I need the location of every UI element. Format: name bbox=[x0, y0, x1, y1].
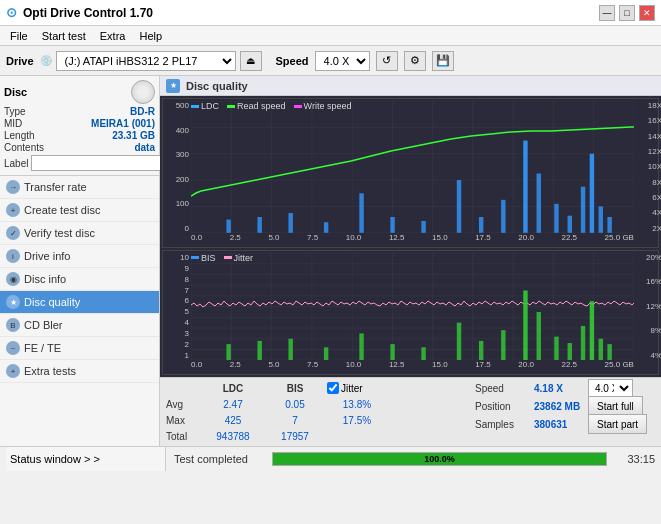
menu-extra[interactable]: Extra bbox=[94, 29, 132, 43]
drive-icon: 💿 bbox=[40, 55, 52, 66]
samples-label: Samples bbox=[475, 419, 530, 430]
disc-contents-label: Contents bbox=[4, 142, 44, 153]
title-bar-right: — □ ✕ bbox=[599, 5, 655, 21]
svg-rect-21 bbox=[324, 222, 328, 233]
nav-drive-info-label: Drive info bbox=[24, 250, 70, 262]
y-label-2x: 2X bbox=[636, 224, 661, 233]
eject-button[interactable]: ⏏ bbox=[240, 51, 262, 71]
jitter-legend-label: Jitter bbox=[234, 253, 254, 263]
maximize-button[interactable]: □ bbox=[619, 5, 635, 21]
y-label-14x: 14X bbox=[636, 132, 661, 141]
nav-verify-test-disc[interactable]: ✓ Verify test disc bbox=[0, 222, 159, 245]
disc-title: Disc bbox=[4, 86, 27, 98]
nav-disc-quality[interactable]: ★ Disc quality bbox=[0, 291, 159, 314]
samples-row: Samples 380631 Start part bbox=[475, 416, 655, 432]
speed-stat-dropdown[interactable]: 4.0 X bbox=[588, 379, 633, 397]
fe-te-icon: ~ bbox=[6, 341, 20, 355]
svg-rect-60 bbox=[257, 341, 261, 360]
y-label-200: 200 bbox=[163, 175, 189, 184]
progress-text: 100.0% bbox=[424, 454, 455, 464]
y-label-8x: 8X bbox=[636, 178, 661, 187]
jitter-checkbox-container: Jitter bbox=[327, 382, 363, 394]
disc-label-input[interactable] bbox=[31, 155, 164, 171]
nav-menu: → Transfer rate + Create test disc ✓ Ver… bbox=[0, 176, 159, 446]
close-button[interactable]: ✕ bbox=[639, 5, 655, 21]
status-window-nav[interactable]: Status window > > bbox=[6, 447, 166, 471]
disc-quality-header: ★ Disc quality bbox=[160, 76, 661, 96]
disc-quality-header-icon: ★ bbox=[166, 79, 180, 93]
nav-disc-info[interactable]: ◉ Disc info bbox=[0, 268, 159, 291]
settings-button[interactable]: ⚙ bbox=[404, 51, 426, 71]
svg-rect-31 bbox=[568, 216, 572, 233]
refresh-button[interactable]: ↺ bbox=[376, 51, 398, 71]
bottom-chart-y-axis: 10 9 8 7 6 5 4 3 2 1 bbox=[163, 251, 191, 360]
top-chart-y-axis: 500 400 300 200 100 0 bbox=[163, 99, 191, 233]
jitter-legend-dot bbox=[224, 256, 232, 259]
menu-file[interactable]: File bbox=[4, 29, 34, 43]
bis-legend-dot bbox=[191, 256, 199, 259]
save-button[interactable]: 💾 bbox=[432, 51, 454, 71]
nav-transfer-rate[interactable]: → Transfer rate bbox=[0, 176, 159, 199]
nav-drive-info[interactable]: i Drive info bbox=[0, 245, 159, 268]
menu-start-test[interactable]: Start test bbox=[36, 29, 92, 43]
ldc-col-header: LDC bbox=[203, 383, 263, 394]
total-ldc: 943788 bbox=[203, 431, 263, 442]
disc-header: Disc bbox=[4, 80, 155, 104]
verify-test-icon: ✓ bbox=[6, 226, 20, 240]
minimize-button[interactable]: — bbox=[599, 5, 615, 21]
main-area: Disc Type BD-R MID MEIRA1 (001) Length 2… bbox=[0, 76, 661, 446]
svg-rect-63 bbox=[359, 333, 363, 360]
disc-type-row: Type BD-R bbox=[4, 106, 155, 117]
max-bis: 7 bbox=[265, 415, 325, 426]
start-part-button[interactable]: Start part bbox=[588, 414, 647, 434]
speed-dropdown[interactable]: 4.0 X bbox=[315, 51, 370, 71]
jitter-checkbox[interactable] bbox=[327, 382, 339, 394]
bottom-chart: BIS Jitter 10 9 8 7 6 5 4 3 bbox=[162, 250, 659, 375]
ldc-legend: LDC bbox=[191, 101, 219, 111]
bis-col-header: BIS bbox=[265, 383, 325, 394]
stats-header-row: LDC BIS Jitter bbox=[166, 380, 471, 396]
status-bar: Status window > > Test completed 100.0% … bbox=[0, 446, 661, 470]
disc-length-value: 23.31 GB bbox=[112, 130, 155, 141]
bis-legend: BIS bbox=[191, 253, 216, 263]
svg-rect-64 bbox=[390, 344, 394, 360]
samples-value: 380631 bbox=[534, 419, 584, 430]
app-icon: ⊙ bbox=[6, 5, 17, 20]
nav-cd-bler[interactable]: B CD Bler bbox=[0, 314, 159, 337]
svg-rect-69 bbox=[523, 290, 527, 360]
svg-rect-68 bbox=[501, 330, 505, 360]
nav-fe-te[interactable]: ~ FE / TE bbox=[0, 337, 159, 360]
nav-transfer-rate-label: Transfer rate bbox=[24, 181, 87, 193]
speed-stat-value: 4.18 X bbox=[534, 383, 584, 394]
svg-rect-75 bbox=[599, 339, 603, 360]
extra-tests-icon: + bbox=[6, 364, 20, 378]
svg-rect-66 bbox=[457, 322, 461, 360]
top-chart-plot bbox=[191, 101, 634, 233]
y-label-300: 300 bbox=[163, 150, 189, 159]
jitter-col-header: Jitter bbox=[341, 383, 363, 394]
disc-section: Disc Type BD-R MID MEIRA1 (001) Length 2… bbox=[0, 76, 159, 176]
nav-create-test-disc[interactable]: + Create test disc bbox=[0, 199, 159, 222]
stats-avg-row: Avg 2.47 0.05 13.8% bbox=[166, 396, 471, 412]
position-label: Position bbox=[475, 401, 530, 412]
menu-help[interactable]: Help bbox=[133, 29, 168, 43]
svg-rect-33 bbox=[590, 154, 594, 233]
app-title: Opti Drive Control 1.70 bbox=[23, 6, 153, 20]
nav-extra-tests[interactable]: + Extra tests bbox=[0, 360, 159, 383]
svg-rect-67 bbox=[479, 341, 483, 360]
drive-dropdown[interactable]: (J:) ATAPI iHBS312 2 PL17 bbox=[56, 51, 236, 71]
read-speed-legend-label: Read speed bbox=[237, 101, 286, 111]
svg-rect-74 bbox=[590, 301, 594, 360]
disc-info-icon: ◉ bbox=[6, 272, 20, 286]
y-label-100: 100 bbox=[163, 199, 189, 208]
avg-ldc: 2.47 bbox=[203, 399, 263, 410]
svg-rect-70 bbox=[537, 312, 541, 360]
nav-extra-tests-label: Extra tests bbox=[24, 365, 76, 377]
max-label: Max bbox=[166, 415, 201, 426]
write-speed-legend: Write speed bbox=[294, 101, 352, 111]
nav-disc-info-label: Disc info bbox=[24, 273, 66, 285]
start-full-button[interactable]: Start full bbox=[588, 396, 643, 416]
y-label-10x: 10X bbox=[636, 162, 661, 171]
disc-length-label: Length bbox=[4, 130, 35, 141]
speed-stat-label: Speed bbox=[475, 383, 530, 394]
